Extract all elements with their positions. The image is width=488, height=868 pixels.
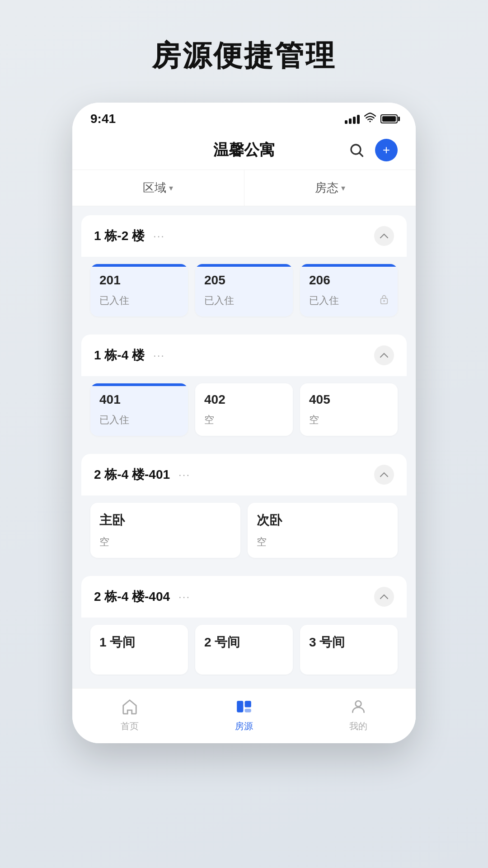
room-card-2hao[interactable]: 2 号间: [195, 625, 293, 675]
room-status-205: 已入住: [204, 294, 284, 307]
app-title: 温馨公寓: [213, 140, 275, 160]
bottom-nav: 首页 房源 我的: [72, 688, 416, 743]
nav-item-home[interactable]: 首页: [72, 696, 187, 732]
signal-icon: [345, 114, 360, 124]
room-status-secondary: 空: [257, 535, 389, 549]
room-number-master: 主卧: [99, 512, 231, 529]
room-card-205[interactable]: 205 已入住: [195, 264, 293, 316]
svg-point-3: [383, 300, 385, 302]
battery-icon: [380, 114, 398, 123]
section-1-group: 1 栋-2 楼 ··· 201 已入住: [81, 215, 407, 326]
section-2-group: 1 栋-4 楼 ··· 401 已入住: [81, 335, 407, 445]
status-time: 9:41: [90, 112, 116, 126]
section-3-group: 2 栋-4 楼-401 ··· 主卧 空: [81, 454, 407, 567]
room-card-3hao[interactable]: 3 号间: [300, 625, 398, 675]
status-filter-arrow: ▾: [341, 183, 345, 193]
room-number-secondary: 次卧: [257, 512, 389, 529]
rooms-nav-icon: [233, 696, 255, 717]
section-3-more-icon: ···: [178, 468, 190, 481]
nav-item-rooms[interactable]: 房源: [187, 696, 301, 732]
lock-icon-206: [380, 294, 389, 307]
status-icons: [345, 113, 398, 125]
room-number-3hao: 3 号间: [309, 634, 389, 651]
room-status-master: 空: [99, 535, 231, 549]
room-card-201[interactable]: 201 已入住: [90, 264, 188, 316]
wifi-icon: [364, 113, 376, 125]
status-bar: 9:41: [72, 103, 416, 131]
section-4-group: 2 栋-4 楼-404 ··· 1 号间 2 号间 3 号间: [81, 576, 407, 679]
room-card-405[interactable]: 405 空: [300, 383, 398, 436]
section-1-more-icon: ···: [153, 230, 165, 242]
room-number-205: 205: [204, 273, 284, 288]
home-nav-icon: [119, 696, 141, 717]
section-1-title: 1 栋-2 楼: [94, 227, 145, 245]
app-header: 温馨公寓 +: [72, 131, 416, 170]
section-3-title-wrap: 2 栋-4 楼-401 ···: [94, 466, 192, 483]
status-filter-label: 房态: [315, 180, 338, 196]
section-1-cards: 201 已入住 205 已入住 206 已入住: [81, 257, 407, 326]
room-number-1hao: 1 号间: [99, 634, 179, 651]
room-number-2hao: 2 号间: [204, 634, 284, 651]
room-status-401: 已入住: [99, 413, 179, 427]
nav-label-home: 首页: [121, 720, 139, 732]
section-3-title: 2 栋-4 楼-401: [94, 466, 170, 483]
room-card-206[interactable]: 206 已入住: [300, 264, 398, 316]
status-filter[interactable]: 房态 ▾: [244, 170, 416, 206]
area-filter[interactable]: 区域 ▾: [72, 170, 244, 206]
section-2-title-wrap: 1 栋-4 楼 ···: [94, 347, 167, 364]
section-1-title-wrap: 1 栋-2 楼 ···: [94, 227, 167, 245]
room-card-402[interactable]: 402 空: [195, 383, 293, 436]
section-4-more-button[interactable]: ···: [176, 589, 192, 605]
svg-point-7: [356, 701, 361, 707]
page-title: 房源便捷管理: [152, 36, 336, 75]
section-4-title: 2 栋-4 楼-404: [94, 588, 170, 605]
section-4-cards: 1 号间 2 号间 3 号间: [81, 618, 407, 679]
section-4-header: 2 栋-4 楼-404 ···: [81, 576, 407, 618]
section-2-header: 1 栋-4 楼 ···: [81, 335, 407, 376]
svg-rect-4: [237, 701, 243, 712]
section-3-collapse-button[interactable]: [374, 465, 394, 485]
svg-point-0: [369, 121, 371, 122]
section-4-title-wrap: 2 栋-4 楼-404 ···: [94, 588, 192, 605]
add-button[interactable]: +: [375, 139, 398, 161]
nav-label-profile: 我的: [349, 720, 367, 732]
room-number-201: 201: [99, 273, 179, 288]
filter-bar: 区域 ▾ 房态 ▾: [72, 170, 416, 206]
profile-nav-icon: [347, 696, 369, 717]
room-status-402: 空: [204, 413, 284, 427]
section-4-collapse-button[interactable]: [374, 587, 394, 607]
room-card-master[interactable]: 主卧 空: [90, 503, 240, 558]
section-2-collapse-button[interactable]: [374, 345, 394, 365]
svg-rect-6: [245, 709, 251, 712]
room-number-206: 206: [309, 273, 389, 288]
section-1-header: 1 栋-2 楼 ···: [81, 215, 407, 257]
room-status-201: 已入住: [99, 294, 179, 307]
nav-label-rooms: 房源: [235, 720, 253, 732]
room-card-401[interactable]: 401 已入住: [90, 383, 188, 436]
section-1-collapse-button[interactable]: [374, 226, 394, 246]
section-1-more-button[interactable]: ···: [151, 228, 167, 244]
nav-item-profile[interactable]: 我的: [301, 696, 416, 732]
section-3-cards: 主卧 空 次卧 空: [81, 495, 407, 567]
search-button[interactable]: [345, 139, 368, 161]
phone-frame: 9:41 温馨公寓: [72, 103, 416, 743]
room-status-206: 已入住: [309, 294, 389, 307]
svg-rect-5: [245, 701, 251, 707]
section-2-more-button[interactable]: ···: [151, 347, 167, 363]
section-3-more-button[interactable]: ···: [176, 467, 192, 483]
section-3-header: 2 栋-4 楼-401 ···: [81, 454, 407, 495]
section-2-cards: 401 已入住 402 空 405 空: [81, 376, 407, 445]
room-number-401: 401: [99, 392, 179, 407]
room-number-402: 402: [204, 392, 284, 407]
main-content: 1 栋-2 楼 ··· 201 已入住: [72, 206, 416, 688]
room-status-405: 空: [309, 413, 389, 427]
area-filter-arrow: ▾: [169, 183, 173, 193]
room-card-1hao[interactable]: 1 号间: [90, 625, 188, 675]
section-2-title: 1 栋-4 楼: [94, 347, 145, 364]
room-card-secondary[interactable]: 次卧 空: [248, 503, 398, 558]
section-2-more-icon: ···: [153, 349, 165, 362]
area-filter-label: 区域: [143, 180, 166, 196]
header-actions: +: [345, 139, 398, 161]
room-number-405: 405: [309, 392, 389, 407]
section-4-more-icon: ···: [178, 590, 190, 603]
